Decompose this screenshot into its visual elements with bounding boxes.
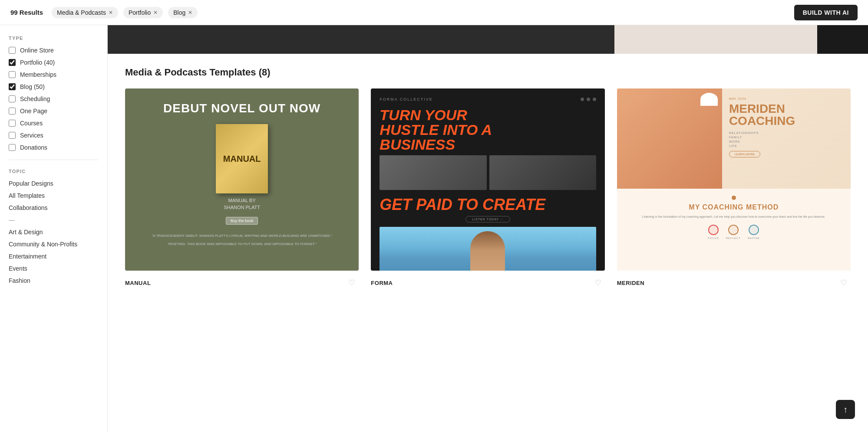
filter-tag-blog-label: Blog	[173, 9, 185, 16]
forma-top-bar: FORMA COLLECTIVE	[380, 97, 596, 101]
filter-tag-portfolio-label: Portfolio	[129, 9, 151, 16]
heart-button-manual[interactable]: ♡	[345, 276, 359, 290]
topic-fashion[interactable]: Fashion	[9, 277, 99, 284]
checkbox-courses-input[interactable]	[9, 120, 16, 127]
meriden-cta: LEARN MORE	[729, 151, 760, 157]
forma-portrait-section	[380, 227, 596, 271]
meriden-nav-work: WORK	[729, 140, 844, 143]
topic-art-design[interactable]: Art & Design	[9, 229, 99, 236]
topic-entertainment[interactable]: Entertainment	[9, 253, 99, 260]
manual-author: SHANON PLATT	[224, 205, 260, 210]
template-grid: DEBUT NOVEL OUT NOW MANUAL MANUAL BY SHA…	[125, 88, 851, 290]
filter-tag-blog[interactable]: Blog ✕	[168, 7, 198, 18]
topic-popular-designs[interactable]: Popular Designs	[9, 180, 99, 187]
card-footer-forma: FORMA ♡	[371, 271, 604, 290]
meriden-preview: MAY 2024 MERIDENCOACHING RELATIONSHIPS F…	[617, 88, 851, 271]
meriden-img-hat	[700, 93, 718, 106]
topic-events[interactable]: Events	[9, 265, 99, 272]
manual-quote1: "A TRANSCENDENT DEBUT. SHANON PLATT'S LY…	[152, 233, 332, 238]
checkbox-services[interactable]: Services	[9, 132, 99, 139]
checkbox-online-store-label: Online Store	[20, 47, 54, 54]
checkbox-online-store[interactable]: Online Store	[9, 47, 99, 54]
checkbox-services-label: Services	[20, 132, 43, 139]
filter-tag-media[interactable]: Media & Podcasts ✕	[52, 7, 118, 18]
checkbox-courses[interactable]: Courses	[9, 120, 99, 127]
template-thumb-manual: DEBUT NOVEL OUT NOW MANUAL MANUAL BY SHA…	[125, 88, 359, 271]
filter-tag-portfolio[interactable]: Portfolio ✕	[123, 7, 163, 18]
forma-portrait-figure	[470, 231, 505, 271]
card-name-meriden: MERIDEN	[617, 280, 644, 286]
meriden-method-icon-reflect	[728, 225, 739, 235]
template-card-manual[interactable]: DEBUT NOVEL OUT NOW MANUAL MANUAL BY SHA…	[125, 88, 359, 290]
meriden-nav-relationships: RELATIONSHIPS	[729, 131, 844, 134]
checkbox-donations-label: Donations	[20, 144, 47, 151]
checkbox-services-input[interactable]	[9, 132, 16, 139]
checkbox-donations[interactable]: Donations	[9, 144, 99, 151]
forma-img-person	[380, 155, 486, 190]
card-name-manual: MANUAL	[125, 280, 151, 286]
forma-images-row	[380, 155, 596, 190]
heart-button-meriden[interactable]: ♡	[837, 276, 851, 290]
checkbox-one-page-input[interactable]	[9, 108, 16, 115]
sidebar: TYPE Online Store Portfolio (40) Members…	[0, 25, 108, 432]
checkbox-portfolio-input[interactable]	[9, 59, 16, 66]
checkbox-memberships-input[interactable]	[9, 71, 16, 78]
checkbox-blog-input[interactable]	[9, 83, 16, 90]
meriden-method-reflect: REFLECT	[726, 225, 741, 239]
forma-icon-dot-3	[593, 98, 596, 101]
meriden-date: MAY 2024	[729, 97, 844, 100]
checkbox-portfolio-label: Portfolio (40)	[20, 59, 55, 66]
build-with-ai-button[interactable]: BUILD WITH AI	[794, 5, 858, 20]
preview-strip-black	[817, 25, 868, 54]
topic-community[interactable]: Community & Non-Profits	[9, 241, 99, 248]
card-name-forma: FORMA	[371, 280, 393, 286]
checkbox-scheduling-input[interactable]	[9, 95, 16, 102]
topic-collaborations[interactable]: Collaborations	[9, 204, 99, 211]
manual-title: DEBUT NOVEL OUT NOW	[163, 101, 320, 115]
filter-tag-media-remove[interactable]: ✕	[109, 10, 113, 16]
meriden-nav: RELATIONSHIPS FAMILY WORK LIFE	[729, 131, 844, 147]
checkbox-portfolio[interactable]: Portfolio (40)	[9, 59, 99, 66]
scroll-top-icon: ↑	[843, 405, 848, 415]
checkbox-memberships[interactable]: Memberships	[9, 71, 99, 78]
forma-cta-btn: LISTEN TODAY →	[465, 216, 510, 223]
section-heading: Media & Podcasts Templates (8)	[125, 67, 851, 78]
meriden-nav-life: LIFE	[729, 144, 844, 147]
main-content: Media & Podcasts Templates (8) DEBUT NOV…	[108, 25, 868, 432]
scroll-top-button[interactable]: ↑	[836, 400, 855, 419]
meriden-method-icon-refine	[749, 225, 759, 235]
sidebar-divider	[9, 160, 99, 160]
card-footer-meriden: MERIDEN ♡	[617, 271, 851, 290]
results-count: 99 Results	[10, 9, 43, 16]
manual-subtitle: MANUAL BY	[228, 198, 256, 203]
manual-buy-btn: Buy the book	[226, 217, 258, 225]
forma-preview: FORMA COLLECTIVE TURN YOURHUSTLE INTO AB…	[371, 88, 604, 271]
meriden-heading: MERIDENCOACHING	[729, 103, 844, 127]
manual-book: MANUAL	[216, 124, 268, 193]
meriden-method-icon-focus	[708, 225, 719, 235]
forma-icon-dot-2	[587, 98, 590, 101]
checkbox-scheduling[interactable]: Scheduling	[9, 95, 99, 102]
checkbox-online-store-input[interactable]	[9, 47, 16, 54]
filter-tag-portfolio-remove[interactable]: ✕	[153, 10, 158, 16]
forma-main-heading: TURN YOURHUSTLE INTO ABUSINESS	[380, 108, 596, 152]
heart-button-forma[interactable]: ♡	[591, 276, 605, 290]
forma-subheading: GET PAID TO CREATE	[380, 197, 596, 213]
meriden-right: MAY 2024 MERIDENCOACHING RELATIONSHIPS F…	[722, 88, 851, 189]
meriden-method-refine: REFINE	[748, 225, 760, 239]
topic-all-templates[interactable]: All Templates	[9, 192, 99, 199]
checkbox-blog[interactable]: Blog (50)	[9, 83, 99, 90]
template-card-meriden[interactable]: MAY 2024 MERIDENCOACHING RELATIONSHIPS F…	[617, 88, 851, 290]
checkbox-one-page[interactable]: One Page	[9, 108, 99, 115]
checkbox-courses-label: Courses	[20, 120, 43, 127]
forma-icons	[581, 98, 596, 101]
topic-section-title: TOPIC	[9, 169, 99, 174]
meriden-bottom: MY COACHING METHOD Listening is the foun…	[617, 189, 851, 271]
template-thumb-forma: FORMA COLLECTIVE TURN YOURHUSTLE INTO AB…	[371, 88, 604, 271]
checkbox-scheduling-label: Scheduling	[20, 95, 50, 102]
manual-book-text: MANUAL	[223, 154, 261, 164]
filter-tag-blog-remove[interactable]: ✕	[188, 10, 192, 16]
template-card-forma[interactable]: FORMA COLLECTIVE TURN YOURHUSTLE INTO AB…	[371, 88, 604, 290]
meriden-method-label-focus: FOCUS	[708, 237, 719, 239]
checkbox-donations-input[interactable]	[9, 144, 16, 151]
